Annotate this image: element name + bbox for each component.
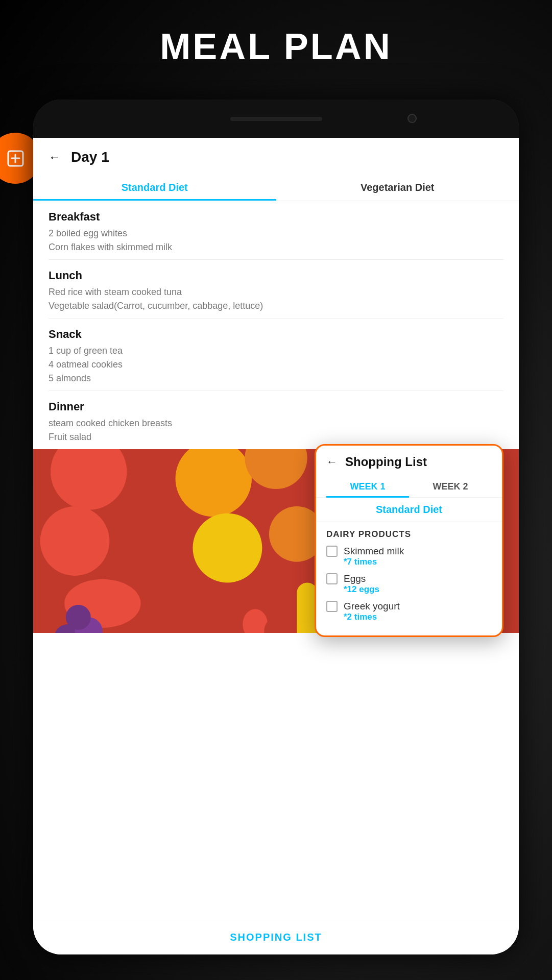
snack-section: Snack 1 cup of green tea 4 oatmeal cooki…: [33, 318, 519, 390]
shopping-list-header: ← Shopping List: [316, 446, 502, 476]
shopping-tab-week2[interactable]: WEEK 2: [409, 476, 492, 497]
shopping-item-yogurt: Greek yogurt *2 times: [326, 601, 492, 622]
checkbox-yogurt[interactable]: [326, 601, 338, 612]
shopping-list-button[interactable]: SHOPPING LIST: [33, 920, 519, 954]
shopping-tabs: WEEK 1 WEEK 2: [316, 476, 502, 498]
item-count-milk: *7 times: [344, 557, 492, 567]
tab-standard-diet[interactable]: Standard Diet: [33, 175, 276, 201]
dinner-title: Dinner: [49, 400, 503, 413]
shopping-item-milk: Skimmed milk *7 times: [326, 546, 492, 567]
svg-point-6: [40, 506, 110, 576]
shopping-list-title: Shopping List: [345, 455, 427, 469]
breakfast-item-2: Corn flakes with skimmed milk: [49, 240, 503, 254]
dairy-products-title: DAIRY PRODUCTS: [326, 529, 492, 540]
breakfast-section: Breakfast 2 boiled egg whites Corn flake…: [33, 201, 519, 259]
checkbox-milk[interactable]: [326, 546, 338, 557]
tab-vegetarian-diet[interactable]: Vegetarian Diet: [276, 175, 519, 201]
lunch-section: Lunch Red rice with steam cooked tuna Ve…: [33, 260, 519, 318]
svg-point-7: [113, 503, 161, 551]
breakfast-title: Breakfast: [49, 210, 503, 224]
dinner-item-1: steam cooked chicken breasts: [49, 416, 503, 430]
snack-item-1: 1 cup of green tea: [49, 344, 503, 358]
snack-item-3: 5 almonds: [49, 372, 503, 385]
lunch-title: Lunch: [49, 269, 503, 282]
dairy-products-section: DAIRY PRODUCTS Skimmed milk *7 times Egg…: [316, 522, 502, 635]
svg-point-10: [193, 513, 262, 583]
page-title: MEAL PLAN: [0, 26, 552, 67]
breakfast-item-1: 2 boiled egg whites: [49, 227, 503, 240]
checkbox-eggs[interactable]: [326, 573, 338, 584]
dinner-section: Dinner steam cooked chicken breasts Frui…: [33, 391, 519, 449]
item-count-eggs: *12 eggs: [344, 584, 492, 595]
shopping-diet-label: Standard Diet: [316, 498, 502, 522]
day-header: ← Day 1: [33, 138, 519, 175]
phone-frame: ← Day 1 Standard Diet Vegetarian Diet Br…: [33, 100, 519, 954]
snack-title: Snack: [49, 328, 503, 341]
svg-point-24: [66, 605, 91, 630]
back-button[interactable]: ←: [49, 150, 61, 164]
day-title: Day 1: [71, 149, 109, 165]
shopping-list-card: ← Shopping List WEEK 1 WEEK 2 Standard D…: [315, 444, 503, 637]
item-label-milk: Skimmed milk: [344, 546, 404, 557]
shopping-tab-week1[interactable]: WEEK 1: [326, 476, 409, 497]
lunch-item-1: Red rice with steam cooked tuna: [49, 285, 503, 299]
dinner-item-2: Fruit salad: [49, 430, 503, 444]
item-label-yogurt: Greek yogurt: [344, 601, 400, 612]
diet-tabs: Standard Diet Vegetarian Diet: [33, 175, 519, 201]
item-label-eggs: Eggs: [344, 573, 366, 584]
shopping-back-button[interactable]: ←: [326, 455, 338, 469]
phone-notch: [33, 100, 519, 138]
phone-screen: ← Day 1 Standard Diet Vegetarian Diet Br…: [33, 138, 519, 954]
item-count-yogurt: *2 times: [344, 612, 492, 622]
lunch-item-2: Vegetable salad(Carrot, cucumber, cabbag…: [49, 299, 503, 313]
snack-item-2: 4 oatmeal cookies: [49, 358, 503, 372]
shopping-item-eggs: Eggs *12 eggs: [326, 573, 492, 595]
